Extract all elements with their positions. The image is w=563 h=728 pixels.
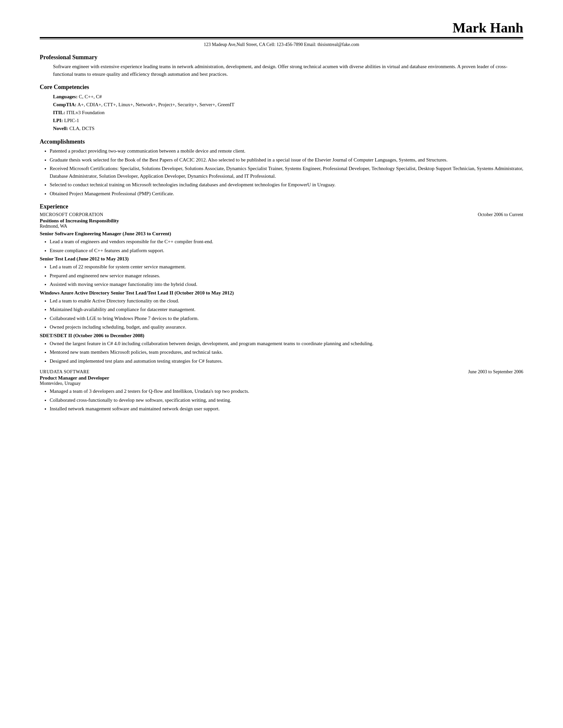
waad-bullets: Led a team to enable Active Directory fu…	[50, 297, 523, 331]
list-item: Mentored new team members Microsoft poli…	[50, 348, 523, 356]
competency-languages-value: C, C++, C#	[77, 94, 102, 99]
microsoft-header: MICROSOFT CORPORATION October 2006 to Cu…	[40, 212, 523, 217]
core-competencies-section: Core Competencies Languages: C, C++, C# …	[40, 84, 523, 132]
experience-entry-microsoft: MICROSOFT CORPORATION October 2006 to Cu…	[40, 212, 523, 365]
competency-lpi-label: LPI:	[53, 118, 63, 123]
list-item: Obtained Project Management Professional…	[50, 190, 523, 198]
urudata-location: Montevideo, Uruguay	[40, 381, 523, 386]
competency-novell: Novell: CLA, DCTS	[53, 124, 523, 132]
list-item: Received Microsoft Certifications: Speci…	[50, 165, 523, 180]
list-item: Designed and implemented test plans and …	[50, 357, 523, 365]
experience-entry-urudata: URUDATA SOFTWARE June 2003 to September …	[40, 369, 523, 413]
list-item: Maintained high-availability and complia…	[50, 306, 523, 313]
list-item: Collaborated with LGE to bring Windows P…	[50, 315, 523, 322]
experience-title: Experience	[40, 203, 523, 210]
competency-languages: Languages: C, C++, C#	[53, 93, 523, 101]
urudata-date-range: June 2003 to September 2006	[468, 369, 523, 375]
list-item: Graduate thesis work selected for the Bo…	[50, 156, 523, 164]
professional-summary-content: Software engineer with extensive experie…	[53, 63, 523, 78]
list-item: Patented a product providing two-way com…	[50, 147, 523, 155]
professional-summary-title: Professional Summary	[40, 54, 523, 61]
header-line-thick	[40, 37, 523, 38]
competency-itil-label: ITIL:	[53, 110, 65, 115]
accomplishments-list: Patented a product providing two-way com…	[50, 147, 523, 197]
list-item: Managed a team of 3 developers and 2 tes…	[50, 387, 523, 395]
list-item: Led a team of 22 responsible for system …	[50, 263, 523, 271]
microsoft-company-name: MICROSOFT CORPORATION	[40, 212, 103, 217]
list-item: Assisted with moving service manager fun…	[50, 281, 523, 288]
list-item: Led a team to enable Active Directory fu…	[50, 297, 523, 305]
list-item: Installed network management software an…	[50, 405, 523, 413]
list-item: Prepared and engineered new service mana…	[50, 272, 523, 280]
accomplishments-section: Accomplishments Patented a product provi…	[40, 138, 523, 197]
competency-lpi-value: LPIC-1	[63, 118, 79, 123]
sub-position-stl: Senior Test Lead (June 2012 to May 2013)	[40, 256, 523, 262]
competency-novell-label: Novell:	[53, 126, 68, 131]
ssem-bullets: Lead a team of engineers and vendors res…	[50, 238, 523, 254]
competency-itil-value: ITILv3 Foundation	[65, 110, 105, 115]
experience-section: Experience MICROSOFT CORPORATION October…	[40, 203, 523, 413]
list-item: Lead a team of engineers and vendors res…	[50, 238, 523, 246]
sdet-bullets: Owned the largest feature in C# 4.0 incl…	[50, 340, 523, 365]
accomplishments-title: Accomplishments	[40, 138, 523, 145]
header-line-thin	[40, 39, 523, 39]
core-competencies-title: Core Competencies	[40, 84, 523, 91]
list-item: Collaborated cross-functionally to devel…	[50, 396, 523, 404]
competency-comptia-value: A+, CDIA+, CTT+, Linux+, Network+, Proje…	[76, 102, 234, 107]
professional-summary-section: Professional Summary Software engineer w…	[40, 54, 523, 78]
microsoft-location: Redmond, WA	[40, 224, 523, 229]
sub-position-sdet: SDET/SDET II (October 2006 to December 2…	[40, 333, 523, 339]
urudata-position-title: Product Manager and Developer	[40, 375, 523, 381]
competency-itil: ITIL: ITILv3 Foundation	[53, 109, 523, 116]
candidate-name: Mark Hanh	[40, 20, 523, 36]
microsoft-position-title: Positions of Increasing Responsibility	[40, 218, 523, 224]
sub-position-ssem: Senior Software Engineering Manager (Jun…	[40, 231, 523, 237]
microsoft-date-range: October 2006 to Current	[478, 212, 523, 217]
contact-info: 123 Madeup Ave,Null Street, CA Cell: 123…	[40, 42, 523, 47]
resume-header: Mark Hanh 123 Madeup Ave,Null Street, CA…	[40, 20, 523, 47]
urudata-header: URUDATA SOFTWARE June 2003 to September …	[40, 369, 523, 375]
stl-bullets: Led a team of 22 responsible for system …	[50, 263, 523, 288]
urudata-company-name: URUDATA SOFTWARE	[40, 369, 89, 375]
list-item: Selected to conduct technical training o…	[50, 181, 523, 189]
competency-lpi: LPI: LPIC-1	[53, 116, 523, 124]
sub-position-waad: Windows Azure Active Directory Senior Te…	[40, 290, 523, 296]
competency-languages-label: Languages:	[53, 94, 77, 99]
competency-comptia-label: CompTIA:	[53, 102, 76, 107]
core-competencies-content: Languages: C, C++, C# CompTIA: A+, CDIA+…	[53, 93, 523, 132]
competency-comptia: CompTIA: A+, CDIA+, CTT+, Linux+, Networ…	[53, 101, 523, 109]
competency-novell-value: CLA, DCTS	[68, 126, 95, 131]
list-item: Owned the largest feature in C# 4.0 incl…	[50, 340, 523, 347]
list-item: Owned projects including scheduling, bud…	[50, 323, 523, 331]
list-item: Ensure compliance of C++ features and pl…	[50, 247, 523, 254]
urudata-bullets: Managed a team of 3 developers and 2 tes…	[50, 387, 523, 413]
